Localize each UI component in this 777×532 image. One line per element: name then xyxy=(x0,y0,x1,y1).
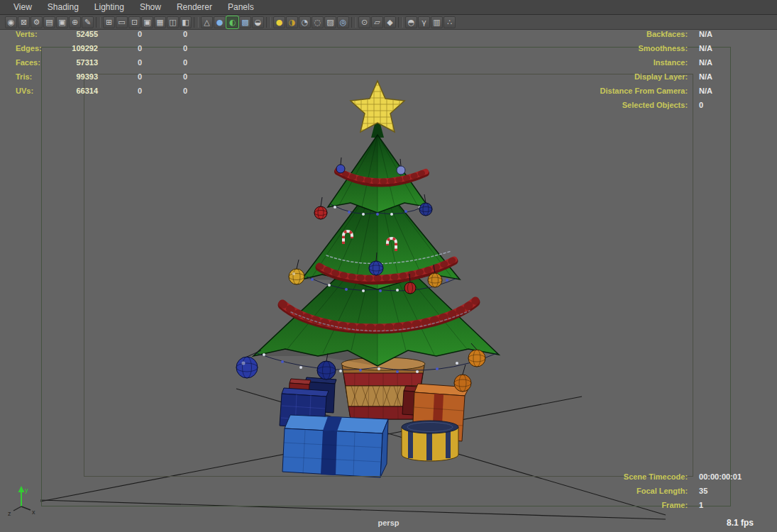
menu-renderer[interactable]: Renderer xyxy=(169,1,220,14)
toolbar-group-isolate: ⊙ ▱ ◆ xyxy=(358,16,396,28)
menu-panels[interactable]: Panels xyxy=(220,1,262,14)
menu-show[interactable]: Show xyxy=(132,1,169,14)
pan-zoom-icon[interactable]: ⊕ xyxy=(69,16,81,28)
grease-pencil-icon[interactable]: ✎ xyxy=(82,16,94,28)
xray-icon[interactable]: ▱ xyxy=(371,16,383,28)
textured-icon[interactable]: ▩ xyxy=(239,16,251,28)
exposure-icon[interactable]: ◓ xyxy=(405,16,417,28)
select-camera-icon[interactable]: ◉ xyxy=(5,16,17,28)
lights-icon[interactable]: ● xyxy=(273,16,285,28)
christmas-tree-model[interactable] xyxy=(236,79,499,477)
viewport-3d[interactable]: y x z xyxy=(0,30,777,532)
isolate-select-icon[interactable]: ⊙ xyxy=(358,16,370,28)
resolution-gate-icon[interactable]: ⊡ xyxy=(128,16,140,28)
toolbar-group-gates: ⊞ ▭ ⊡ ▣ ▦ ◫ ◧ xyxy=(103,16,192,28)
toolbar-separator xyxy=(398,17,403,28)
ornament xyxy=(289,260,304,284)
panel-menubar: View Shading Lighting Show Renderer Pane… xyxy=(0,0,777,15)
present-blue xyxy=(282,415,388,477)
gate-mask-icon[interactable]: ▣ xyxy=(141,16,153,28)
toolbar-separator xyxy=(351,17,356,28)
toolbar-separator xyxy=(96,17,101,28)
bookmark-icon[interactable]: ▤ xyxy=(43,16,55,28)
ornament xyxy=(336,157,345,173)
share-icon[interactable]: ∴ xyxy=(443,16,456,28)
toolbar-group-misc: ◓ γ ▥ ∴ xyxy=(405,16,456,28)
wireframe-icon[interactable]: △ xyxy=(201,16,213,28)
axis-z-label: z xyxy=(8,510,11,517)
multisample-icon[interactable]: ▨ xyxy=(324,16,336,28)
scene-canvas[interactable]: y x z xyxy=(0,30,777,532)
toolbar-separator xyxy=(194,17,199,28)
axis-indicator: y x z xyxy=(8,486,35,517)
ornament xyxy=(454,365,471,392)
safe-action-icon[interactable]: ◫ xyxy=(167,16,179,28)
menu-view[interactable]: View xyxy=(6,1,40,14)
lock-camera-icon[interactable]: ⊠ xyxy=(18,16,30,28)
grid-icon[interactable]: ⊞ xyxy=(103,16,115,28)
smooth-shade-icon[interactable]: ● xyxy=(214,16,226,28)
toolbar-group-shading: △ ● ◐ ▩ ◒ xyxy=(201,16,264,28)
depth-of-field-icon[interactable]: ◎ xyxy=(337,16,349,28)
toolbar-group-lighting: ● ◑ ◔ ◌ ▨ ◎ xyxy=(273,16,349,28)
toolbar-group-camera: ◉ ⊠ ⚙ ▤ ▣ ⊕ ✎ xyxy=(5,16,94,28)
safe-title-icon[interactable]: ◧ xyxy=(180,16,192,28)
default-material-icon[interactable]: ◒ xyxy=(252,16,264,28)
panel-toolbar: ◉ ⊠ ⚙ ▤ ▣ ⊕ ✎ xyxy=(0,15,777,30)
camera-attributes-icon[interactable]: ⚙ xyxy=(31,16,43,28)
ornament xyxy=(314,197,327,219)
axis-y-label: y xyxy=(25,487,28,494)
snapshot-icon[interactable]: ▥ xyxy=(431,16,443,28)
maya-viewport-panel: { "menubar": { "items": [ {"name":"menu-… xyxy=(0,0,777,532)
gamma-icon[interactable]: γ xyxy=(418,16,430,28)
menu-shading[interactable]: Shading xyxy=(40,1,87,14)
xray-joints-icon[interactable]: ◆ xyxy=(384,16,396,28)
present-drum xyxy=(402,421,458,461)
axis-x-label: x xyxy=(32,509,35,516)
wireframe-on-shaded-icon[interactable]: ◐ xyxy=(226,16,238,28)
ambient-occlusion-icon[interactable]: ◔ xyxy=(299,16,311,28)
menu-lighting[interactable]: Lighting xyxy=(87,1,132,14)
image-plane-icon[interactable]: ▣ xyxy=(56,16,68,28)
field-chart-icon[interactable]: ▦ xyxy=(154,16,166,28)
film-gate-icon[interactable]: ▭ xyxy=(116,16,128,28)
shadows-icon[interactable]: ◑ xyxy=(286,16,298,28)
motion-blur-icon[interactable]: ◌ xyxy=(312,16,324,28)
toolbar-separator xyxy=(266,17,271,28)
